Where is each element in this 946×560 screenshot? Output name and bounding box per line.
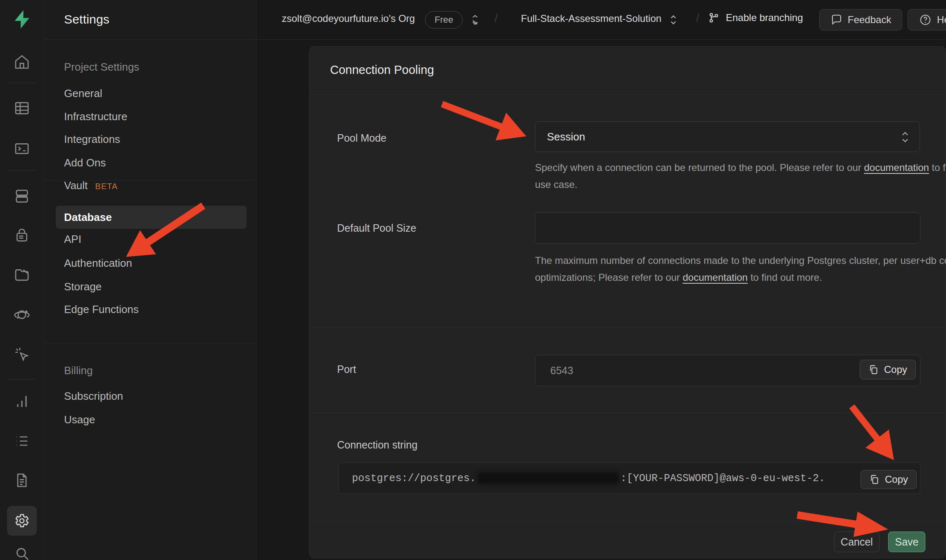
sidenav-divider bbox=[44, 180, 257, 180]
project-switcher-chevron-icon[interactable] bbox=[668, 14, 679, 26]
supabase-settings-page: Settings Project Settings General Infras… bbox=[0, 0, 946, 560]
supabase-logo-glyph bbox=[12, 9, 31, 29]
database-label: Database bbox=[64, 211, 112, 224]
plan-badge[interactable]: Free bbox=[425, 11, 463, 28]
port-label: Port bbox=[337, 363, 356, 375]
sidebar-item-authentication[interactable]: Authentication bbox=[64, 257, 132, 270]
help-button[interactable]: Help bbox=[908, 9, 946, 31]
port-copy-button[interactable]: Copy bbox=[860, 360, 916, 380]
realtime-orbit-icon[interactable] bbox=[7, 300, 37, 330]
sidebar-item-vault[interactable]: VaultBETA bbox=[64, 179, 118, 192]
git-branch-icon bbox=[708, 11, 720, 24]
documentation-link[interactable]: documentation bbox=[864, 162, 929, 173]
breadcrumb-slash: / bbox=[494, 12, 498, 25]
copy-icon bbox=[869, 474, 880, 485]
pool-mode-value: Session bbox=[547, 131, 585, 143]
icon-rail bbox=[0, 0, 44, 560]
rail-divider bbox=[7, 379, 36, 380]
logs-list-icon[interactable] bbox=[7, 426, 37, 456]
connection-string-prefix: postgres://postgres. bbox=[352, 472, 476, 484]
documentation-link[interactable]: documentation bbox=[683, 272, 748, 283]
copy-label: Copy bbox=[885, 474, 908, 485]
pool-mode-description: Specify when a connection can be returne… bbox=[535, 159, 946, 193]
enable-branching-button[interactable]: Enable branching bbox=[708, 11, 803, 24]
header-border bbox=[44, 39, 946, 40]
advisors-cursor-icon[interactable] bbox=[7, 339, 37, 369]
sidebar-item-api[interactable]: API bbox=[64, 233, 81, 246]
connection-string-suffix: :[YOUR-PASSWORD]@aws-0-eu-west-2. bbox=[620, 472, 825, 484]
sidebar-item-database[interactable]: Database bbox=[56, 206, 247, 229]
settings-sidenav: Settings Project Settings General Infras… bbox=[44, 0, 257, 560]
reports-chart-icon[interactable] bbox=[7, 387, 37, 416]
default-pool-size-description: The maximum number of connections made t… bbox=[535, 252, 946, 286]
connection-pooling-card: Connection Pooling Pool Mode Session Spe… bbox=[309, 46, 946, 558]
card-divider bbox=[309, 413, 946, 413]
feedback-label: Feedback bbox=[848, 14, 891, 26]
copy-icon bbox=[868, 364, 879, 375]
save-button[interactable]: Save bbox=[888, 532, 925, 552]
beta-badge: BETA bbox=[95, 182, 118, 191]
footer-divider bbox=[309, 521, 946, 522]
sidebar-item-integrations[interactable]: Integrations bbox=[64, 133, 120, 146]
help-label: Help bbox=[937, 14, 946, 26]
card-divider bbox=[309, 94, 946, 95]
feedback-bubble-icon bbox=[830, 14, 843, 26]
rail-divider bbox=[7, 83, 36, 83]
pool-mode-select[interactable]: Session bbox=[535, 121, 920, 152]
connection-string-field[interactable]: postgres://postgres.:[YOUR-PASSWORD]@aws… bbox=[338, 463, 920, 494]
sidebar-item-infrastructure[interactable]: Infrastructure bbox=[64, 110, 127, 123]
select-chevron-icon bbox=[901, 130, 910, 144]
database-icon[interactable] bbox=[7, 181, 37, 211]
enable-branching-label: Enable branching bbox=[726, 12, 803, 24]
default-pool-size-input[interactable] bbox=[535, 212, 920, 244]
connection-string-copy-button[interactable]: Copy bbox=[860, 470, 917, 489]
auth-lock-icon[interactable] bbox=[7, 221, 37, 250]
copy-label: Copy bbox=[884, 364, 907, 375]
connection-string-label: Connection string bbox=[337, 439, 418, 451]
breadcrumb-slash: / bbox=[696, 12, 699, 25]
docs-file-icon[interactable] bbox=[7, 465, 37, 495]
storage-folder-icon[interactable] bbox=[7, 260, 37, 289]
page-title: Settings bbox=[64, 12, 109, 26]
home-icon[interactable] bbox=[7, 47, 37, 77]
sidebar-item-usage[interactable]: Usage bbox=[64, 413, 95, 426]
settings-gear-icon[interactable] bbox=[7, 506, 37, 536]
redacted-project-ref bbox=[478, 472, 619, 484]
supabase-logo[interactable] bbox=[10, 7, 34, 31]
sidebar-item-storage[interactable]: Storage bbox=[64, 280, 102, 293]
card-divider bbox=[309, 327, 946, 328]
sidebar-item-addons[interactable]: Add Ons bbox=[64, 157, 106, 169]
desc-text: to find out more. bbox=[748, 272, 822, 283]
desc-text: Specify when a connection can be returne… bbox=[535, 162, 864, 173]
rail-divider bbox=[7, 170, 36, 171]
sidenav-header-project-settings: Project Settings bbox=[64, 61, 139, 74]
sidebar-item-subscription[interactable]: Subscription bbox=[64, 390, 123, 403]
vault-label: Vault bbox=[64, 179, 88, 192]
org-breadcrumb[interactable]: zsolt@codeyourfuture.io's Org bbox=[282, 13, 415, 24]
help-question-icon bbox=[919, 13, 932, 26]
section-title: Connection Pooling bbox=[330, 63, 434, 77]
default-pool-size-label: Default Pool Size bbox=[337, 222, 416, 234]
project-breadcrumb[interactable]: Full-Stack-Assessment-Solution bbox=[521, 13, 661, 24]
sidenav-header-billing: Billing bbox=[64, 364, 93, 377]
sql-editor-icon[interactable] bbox=[7, 134, 37, 164]
feedback-button[interactable]: Feedback bbox=[819, 9, 902, 31]
sidebar-item-edge-functions[interactable]: Edge Functions bbox=[64, 303, 139, 316]
sidebar-item-general[interactable]: General bbox=[64, 87, 102, 100]
cancel-button[interactable]: Cancel bbox=[834, 532, 879, 552]
table-editor-icon[interactable] bbox=[7, 93, 37, 123]
pool-mode-label: Pool Mode bbox=[337, 132, 387, 144]
search-icon[interactable] bbox=[7, 539, 37, 560]
sidenav-divider bbox=[44, 343, 257, 343]
org-switcher-chevron-icon[interactable] bbox=[470, 14, 480, 26]
